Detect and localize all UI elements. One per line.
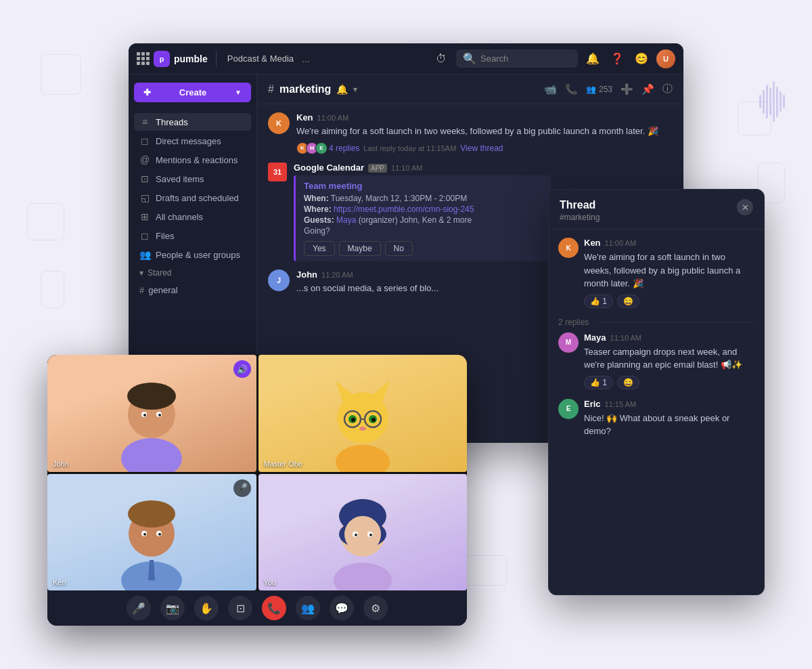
ken-muted-badge: 🎤 <box>233 479 251 497</box>
sidebar-item-drafts[interactable]: ◱ Drafts and scheduled <box>134 189 251 207</box>
screen-share-button[interactable]: ⊡ <box>228 596 252 620</box>
video-call-icon[interactable]: 📹 <box>544 83 557 95</box>
ken-avatar: K <box>268 112 290 134</box>
svg-point-0 <box>121 438 182 472</box>
thread-eric-text: Nice! 🙌 What about a sneak peek or demo? <box>584 412 754 438</box>
reaction-maya-smile[interactable]: 😄 <box>617 376 639 389</box>
user-avatar[interactable]: U <box>656 49 675 68</box>
svg-point-22 <box>128 500 175 527</box>
cal-actions: Yes Maybe No <box>304 241 543 256</box>
settings-button[interactable]: ⚙ <box>363 596 388 620</box>
stared-chevron-icon: ▾ <box>139 268 143 278</box>
hash-icon: # <box>139 285 144 295</box>
thread-maya-time: 11:10 AM <box>610 334 641 342</box>
channel-chevron-icon[interactable]: ▾ <box>353 85 357 94</box>
sidebar-item-all-channels[interactable]: ⊞ All channels <box>134 208 251 225</box>
history-icon[interactable]: ⏱ <box>432 49 451 68</box>
chat-button[interactable]: 💬 <box>330 596 354 620</box>
threads-icon: ≡ <box>139 116 150 127</box>
thread-messages: K Ken 11:00 AM We're aiming for a soft l… <box>549 230 764 595</box>
reaction-thumbs-up[interactable]: 👍 1 <box>584 295 613 308</box>
thread-eric-avatar: E <box>558 399 579 419</box>
calendar-msg-header: Google Calendar APP 11:10 AM <box>294 163 673 173</box>
view-thread-link[interactable]: View thread <box>460 144 503 153</box>
search-input[interactable] <box>480 53 571 64</box>
end-call-button[interactable]: 📞 <box>262 596 286 620</box>
help-icon[interactable]: ❓ <box>608 49 627 68</box>
reply-time: Last reply today at 11:15AM <box>363 144 456 152</box>
svg-point-17 <box>371 418 376 422</box>
thread-ken-header: Ken 11:00 AM <box>584 238 754 248</box>
reaction-maya-thumbsup[interactable]: 👍 1 <box>584 376 613 389</box>
replies-divider: 2 replies <box>558 318 754 327</box>
mic-button[interactable]: 🎤 <box>127 596 151 620</box>
ken-name: Ken <box>296 112 313 123</box>
cal-link[interactable]: https://meet.pumble.com/cmn-siog-245 <box>334 204 474 214</box>
john-time: 11:20 AM <box>321 271 353 279</box>
top-bar: p pumble Podcast & Media ... ⏱ 🔍 🔔 ❓ 😊 U <box>129 43 683 74</box>
mute-bell-icon[interactable]: 🔔 <box>336 84 348 95</box>
video-call-window: John 🔊 <box>47 355 467 626</box>
people-icon: 👥 <box>139 249 150 260</box>
stared-toggle[interactable]: ▾ Stared <box>134 265 251 281</box>
thread-title-area: Thread #marketing <box>560 199 600 222</box>
pin-icon[interactable]: 📌 <box>641 83 654 95</box>
sidebar-item-mentions[interactable]: @ Mentions & reactions <box>134 151 251 169</box>
thread-close-button[interactable]: ✕ <box>737 199 753 215</box>
saved-icon: ⊡ <box>139 173 150 184</box>
thread-maya-avatar: M <box>558 332 579 353</box>
search-bar[interactable]: 🔍 <box>456 49 578 68</box>
sidebar-item-people[interactable]: 👥 People & user groups <box>134 246 251 263</box>
cal-yes-button[interactable]: Yes <box>304 241 335 256</box>
sidebar-item-saved[interactable]: ⊡ Saved items <box>134 170 251 188</box>
thread-panel: Thread #marketing ✕ K Ken 11:00 AM We're… <box>548 189 765 595</box>
sidebar-item-direct-messages[interactable]: ◻ Direct messages <box>134 132 251 150</box>
thread-eric-name: Eric <box>584 399 601 409</box>
sidebar-item-label: Direct messages <box>156 136 221 146</box>
sidebar-item-threads[interactable]: ≡ Threads <box>134 113 251 131</box>
cal-maybe-button[interactable]: Maybe <box>339 241 381 256</box>
cal-when: When: Tuesday, March 12, 1:30PM - 2:00PM <box>304 194 543 203</box>
reply-avatars: K M E <box>296 142 325 154</box>
channels-icon: ⊞ <box>139 211 150 222</box>
sidebar-item-label: Saved items <box>156 174 204 184</box>
thread-eric-header: Eric 11:15 AM <box>584 399 754 409</box>
emoji-icon[interactable]: 😊 <box>632 49 651 68</box>
sidebar-item-label: Files <box>156 231 174 241</box>
participants-button[interactable]: 👥 <box>296 596 320 620</box>
calendar-name: Google Calendar <box>294 163 364 173</box>
cat-cell-label: Master Obe <box>264 460 302 468</box>
svg-point-26 <box>158 533 161 536</box>
camera-button[interactable]: 📷 <box>160 596 185 620</box>
sidebar-channel-general[interactable]: # general <box>134 282 251 298</box>
you-cell-label: You <box>264 578 277 586</box>
workspace-dots[interactable]: ... <box>302 53 310 64</box>
thread-ken-reactions: 👍 1 😄 <box>584 295 754 308</box>
channel-label: general <box>148 285 177 295</box>
cal-no-button[interactable]: No <box>385 241 413 256</box>
voice-call-icon[interactable]: 📞 <box>565 83 578 95</box>
workspace-name: Podcast & Media <box>227 53 294 64</box>
app-name: pumble <box>174 53 208 64</box>
video-cell-you: You <box>258 474 468 591</box>
hand-button[interactable]: ✋ <box>194 596 219 620</box>
john-name: John <box>296 269 317 280</box>
member-count[interactable]: 👥 253 <box>586 85 612 94</box>
channel-name: marketing <box>279 83 331 95</box>
thread-maya-name: Maya <box>584 332 606 343</box>
svg-point-34 <box>355 534 357 536</box>
svg-point-7 <box>336 445 390 472</box>
sidebar-item-files[interactable]: ◻ Files <box>134 227 251 244</box>
channel-hash: # <box>268 83 274 95</box>
info-icon[interactable]: ⓘ <box>662 83 673 95</box>
create-label: Create <box>179 87 206 98</box>
add-member-icon[interactable]: ➕ <box>621 83 633 95</box>
create-button[interactable]: ✚ Create ▼ <box>134 83 251 102</box>
cat-video-bg <box>258 355 468 472</box>
create-icon: ✚ <box>143 87 151 98</box>
reply-count: 4 replies <box>329 144 359 153</box>
drafts-icon: ◱ <box>139 192 150 203</box>
grid-icon[interactable] <box>137 52 150 65</box>
reaction-smile[interactable]: 😄 <box>617 295 639 308</box>
notifications-icon[interactable]: 🔔 <box>583 49 602 68</box>
